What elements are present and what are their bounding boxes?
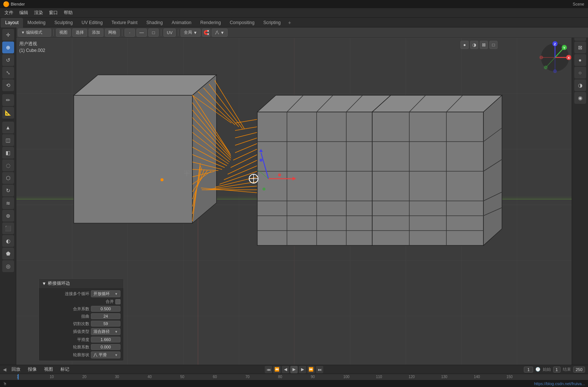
proportional-btn[interactable]: 八 ▼ bbox=[212, 29, 228, 37]
jump-start-btn[interactable]: ⏮ bbox=[265, 366, 272, 373]
viewport[interactable]: 用户透视 (1) Cube.002 ● ◑ ⊠ □ X Y Z bbox=[16, 38, 572, 365]
tab-modeling[interactable]: Modeling bbox=[23, 18, 50, 27]
smooth-tool-btn[interactable]: ≋ bbox=[2, 197, 14, 209]
profile-input[interactable]: 0.000 bbox=[91, 344, 120, 350]
loop-cut-tool-btn[interactable]: ◌ bbox=[2, 159, 14, 171]
tab-compositing[interactable]: Compositing bbox=[225, 18, 259, 27]
tab-animation[interactable]: Animation bbox=[167, 18, 196, 27]
face-select-btn[interactable]: □ bbox=[148, 29, 159, 37]
merge-factor-label: 合并系数 bbox=[42, 306, 89, 312]
tab-sculpting[interactable]: Sculpting bbox=[50, 18, 77, 27]
transform-tool-btn[interactable]: ⟲ bbox=[2, 79, 14, 91]
mode-selector[interactable]: ▼ 编辑模式 bbox=[18, 29, 51, 37]
tab-rendering[interactable]: Rendering bbox=[196, 18, 225, 27]
mode-label: 编辑模式 bbox=[26, 30, 42, 35]
svg-text:Y: Y bbox=[563, 46, 565, 50]
blender-logo: 🟠 bbox=[3, 1, 9, 7]
extrude-tool-btn[interactable]: ▲ bbox=[2, 122, 14, 133]
viewport-shading-solid[interactable]: ● bbox=[460, 41, 469, 49]
svg-point-105 bbox=[539, 56, 543, 59]
view-menu[interactable]: 视图 bbox=[56, 29, 71, 37]
viewport-overlay[interactable]: ⊠ bbox=[480, 41, 488, 49]
right-panel: 👁 ⊠ ● ○ ◑ ◉ bbox=[572, 27, 588, 365]
menu-help[interactable]: 帮助 bbox=[61, 9, 76, 17]
vertex-select-btn[interactable]: · bbox=[125, 29, 135, 37]
annotate-tool-btn[interactable]: ✏ bbox=[2, 94, 14, 106]
global-selector[interactable]: 全局 ▼ bbox=[181, 29, 201, 37]
navigation-gizmo[interactable]: X Y Z bbox=[538, 41, 572, 74]
rotate-tool-btn[interactable]: ↺ bbox=[2, 54, 14, 66]
snapping-btn[interactable]: 🧲 bbox=[202, 29, 210, 37]
shading-solid-btn[interactable]: ● bbox=[574, 54, 586, 66]
menu-window[interactable]: 窗口 bbox=[46, 9, 61, 17]
tab-uv-editing[interactable]: UV Editing bbox=[77, 18, 107, 27]
op-panel-collapse-icon[interactable]: ▼ bbox=[42, 281, 46, 286]
prev-keyframe-btn[interactable]: ◀ bbox=[282, 366, 289, 373]
inset-tool-btn[interactable]: ◫ bbox=[2, 134, 14, 146]
shading-render-btn[interactable]: ◉ bbox=[574, 92, 586, 104]
bevel-tool-btn[interactable]: ◧ bbox=[2, 147, 14, 159]
menu-file[interactable]: 文件 bbox=[1, 9, 16, 17]
spin-tool-btn[interactable]: ↻ bbox=[2, 185, 14, 196]
move-tool-btn[interactable]: ⊕ bbox=[2, 42, 14, 53]
tab-scripting[interactable]: Scripting bbox=[259, 18, 285, 27]
cursor-tool-btn[interactable]: ✛ bbox=[2, 29, 14, 41]
edge-slide-btn[interactable]: ⬛ bbox=[2, 222, 14, 234]
next-frame-btn[interactable]: ⏩ bbox=[307, 366, 315, 373]
mesh-menu[interactable]: 网格 bbox=[105, 29, 120, 37]
svg-point-93 bbox=[262, 188, 265, 191]
playback-controls: ⏮ ⏪ ◀ ▶ ▶ ⏩ ⏭ bbox=[265, 366, 323, 373]
smooth-input[interactable]: 1.660 bbox=[91, 337, 120, 343]
prev-frame-btn[interactable]: ⏪ bbox=[273, 366, 281, 373]
twist-input[interactable]: 24 bbox=[91, 313, 120, 319]
shear-tool-btn[interactable]: ⬟ bbox=[2, 248, 14, 259]
view-menu-tl[interactable]: 视图 bbox=[42, 366, 55, 373]
cuts-input[interactable]: 59 bbox=[91, 321, 120, 327]
separator-1 bbox=[53, 29, 54, 36]
tab-texture-paint[interactable]: Texture Paint bbox=[107, 18, 142, 27]
add-workspace-button[interactable]: + bbox=[285, 18, 294, 27]
to-sphere-btn[interactable]: ◎ bbox=[2, 260, 14, 272]
current-frame-value[interactable]: 1 bbox=[527, 367, 529, 372]
playback-label[interactable]: 回放 bbox=[9, 366, 23, 373]
next-keyframe-btn[interactable]: ▶ bbox=[299, 366, 306, 373]
svg-marker-49 bbox=[257, 95, 391, 112]
add-menu[interactable]: 添加 bbox=[89, 29, 103, 37]
scale-tool-btn[interactable]: ⤡ bbox=[2, 67, 14, 79]
uv-btn[interactable]: UV bbox=[163, 29, 176, 37]
profile-shape-dropdown[interactable]: 八 平滑 ▼ bbox=[91, 351, 120, 358]
jump-end-btn[interactable]: ⏭ bbox=[316, 366, 323, 373]
select-menu[interactable]: 选择 bbox=[72, 29, 87, 37]
connect-loops-dropdown[interactable]: 开放循环 ▼ bbox=[91, 290, 120, 297]
merge-factor-input[interactable]: 0.500 bbox=[91, 306, 120, 312]
menu-edit[interactable]: 编辑 bbox=[16, 9, 31, 17]
shading-wireframe-btn[interactable]: ○ bbox=[574, 67, 586, 79]
interpolation-dropdown[interactable]: 混合路径 ▼ bbox=[91, 328, 120, 335]
svg-point-90 bbox=[161, 178, 163, 181]
separator-3 bbox=[161, 29, 161, 36]
overlay-btn[interactable]: ⊠ bbox=[574, 42, 586, 53]
markers-label[interactable]: 标记 bbox=[58, 366, 72, 373]
smooth-row: 平滑度 1.660 bbox=[39, 336, 123, 343]
start-frame-input[interactable]: 1 bbox=[553, 367, 561, 373]
tab-shading[interactable]: Shading bbox=[142, 18, 167, 27]
viewport-shading-material[interactable]: ◑ bbox=[470, 41, 478, 49]
end-frame-input[interactable]: 250 bbox=[573, 367, 585, 373]
measure-tool-btn[interactable]: 📐 bbox=[2, 107, 14, 119]
tab-layout[interactable]: Layout bbox=[1, 18, 23, 27]
image-label[interactable]: 报像 bbox=[26, 366, 39, 373]
viewport-xray[interactable]: □ bbox=[489, 41, 498, 49]
randomize-tool-btn[interactable]: ⊛ bbox=[2, 210, 14, 222]
poly-build-btn[interactable]: ⬡ bbox=[2, 172, 14, 184]
edge-select-btn[interactable]: — bbox=[136, 29, 147, 37]
merge-checkbox[interactable] bbox=[115, 299, 120, 304]
menu-render[interactable]: 渲染 bbox=[31, 9, 46, 17]
profile-shape-row: 轮廓形状 八 平滑 ▼ bbox=[39, 351, 123, 359]
play-btn[interactable]: ▶ bbox=[290, 366, 298, 373]
merge-label: 合并 bbox=[42, 299, 114, 304]
timeline-expand-btn[interactable]: ◀ bbox=[3, 367, 6, 372]
shading-material-btn[interactable]: ◑ bbox=[574, 79, 586, 91]
workspace-tabs: Layout Modeling Sculpting UV Editing Tex… bbox=[0, 18, 588, 27]
status-url: https://blog.csdn.net/fruiva... bbox=[534, 381, 585, 386]
shrink-tool-btn[interactable]: ◐ bbox=[2, 235, 14, 247]
